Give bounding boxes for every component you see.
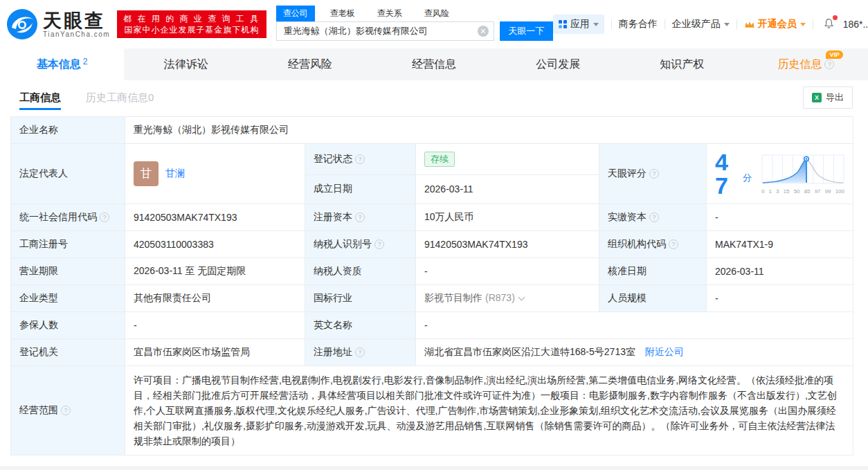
credit-code-value: 91420503MAK74TX193 [125, 204, 305, 231]
chevron-down-icon [593, 23, 599, 26]
open-vip-label: 开通会员 [758, 18, 797, 30]
table-row: 法定代表人 甘 甘澜 登记状态 ? 存续 天眼评分 ? 47 分 [11, 144, 853, 175]
legal-rep-avatar[interactable]: 甘 [134, 161, 159, 186]
bell-curve-chart [761, 154, 844, 186]
page-header: 天眼查 TianYanCha.com 都 在 用 的 商 业 查 询 工 具 国… [0, 0, 868, 48]
business-scope-value: 许可项目：广播电视节目制作经营,电视剧制作,电视剧发行,电影发行,音像制品制作,… [134, 372, 844, 449]
chevron-down-icon[interactable] [518, 294, 525, 301]
search-tab-risk[interactable]: 查风险 [417, 6, 456, 21]
score-distribution-chart: 01 315 5085 9799 100 [761, 154, 844, 195]
help-icon[interactable]: ? [100, 213, 109, 222]
tab-legal-proceedings[interactable]: 法律诉讼 [124, 48, 248, 80]
help-icon[interactable]: ? [61, 406, 71, 415]
legal-rep-link[interactable]: 甘澜 [165, 168, 185, 180]
nearby-companies-link[interactable]: 附近公司 [645, 346, 684, 357]
business-scope-label: 经营范围 [19, 404, 58, 417]
search-button[interactable]: 天眼一下 [500, 21, 553, 41]
help-icon[interactable]: ? [824, 60, 834, 69]
taxpayer-quality-value: - [416, 258, 599, 285]
tab-intellectual-property[interactable]: 知识产权 [620, 48, 744, 80]
help-icon[interactable]: ? [649, 213, 659, 222]
search-tab-boss[interactable]: 查老板 [323, 6, 362, 21]
staff-size-value: - [707, 285, 853, 312]
company-name-label: 企业名称 [19, 124, 116, 136]
tianyancha-logo-icon [6, 8, 39, 41]
apps-menu[interactable]: 应用 [553, 15, 604, 34]
industry-label: 国标行业 [314, 292, 407, 305]
help-icon[interactable]: ? [355, 347, 365, 357]
enterprise-products-menu[interactable]: 企业级产品 [672, 18, 730, 30]
promo-banner: 都 在 用 的 商 业 查 询 工 具 国家中小企业发展子基金旗下机构 [117, 10, 266, 38]
excel-icon: X [812, 93, 822, 102]
approval-date-value: 2026-03-11 [707, 258, 853, 285]
apps-grid-icon [559, 20, 567, 28]
table-row: 企业名称 重光海鲸（湖北）影视传媒有限公司 [11, 117, 853, 144]
table-row: 登记机关 宜昌市伍家岗区市场监管局 注册地址 ? 湖北省宜昌市伍家岗区沿江大道特… [11, 339, 853, 366]
taxpayer-quality-label: 纳税人资质 [314, 265, 407, 278]
status-badge: 存续 [424, 152, 455, 167]
table-row: 经营范围 ? 许可项目：广播电视节目制作经营,电视剧制作,电视剧发行,电影发行,… [11, 366, 853, 455]
english-name-value: - [416, 312, 853, 339]
reg-status-label: 登记状态 [314, 153, 352, 165]
top-menu: 应用 商务合作 企业级产品 开通会员 186*... [553, 15, 868, 34]
notification-dot [833, 15, 838, 20]
industry-code: (R873) [485, 292, 515, 303]
subtab-history-business-info[interactable]: 历史工商信息0 [86, 82, 154, 114]
paid-capital-value: - [707, 204, 853, 231]
score-unit: 分 [743, 172, 752, 184]
reg-address-value: 湖北省宜昌市伍家岗区沿江大道特168-5号2713室 [424, 346, 635, 357]
help-icon[interactable]: ? [355, 154, 365, 164]
table-row: 参保人数 - 英文名称 - [11, 312, 853, 339]
business-term-label: 营业期限 [19, 265, 116, 278]
tab-company-development[interactable]: 公司发展 [496, 48, 620, 80]
org-code-label: 组织机构代码 [608, 238, 666, 251]
help-icon[interactable]: ? [669, 239, 678, 249]
tab-history-info[interactable]: VIP 历史信息 ? [744, 48, 868, 80]
industry-value: 影视节目制作 [424, 292, 482, 303]
score-value: 47 [715, 150, 741, 197]
chevron-down-icon [724, 23, 730, 26]
search-input[interactable] [276, 21, 494, 41]
tab-operating-info[interactable]: 经营信息 [372, 48, 496, 80]
chevron-down-icon [800, 23, 806, 26]
search-tab-relation[interactable]: 查关系 [370, 6, 409, 21]
taxpayer-id-value: 91420503MAK74TX193 [416, 231, 599, 258]
business-cooperation-link[interactable]: 商务合作 [619, 18, 658, 30]
help-icon[interactable]: ? [374, 239, 384, 249]
tab-basic-info[interactable]: 基本信息 2 [0, 48, 124, 80]
search-tab-company[interactable]: 查公司 [276, 6, 315, 21]
subtab-business-info[interactable]: 工商信息 [19, 82, 61, 114]
credit-code-label: 统一社会信用代码 [19, 211, 97, 224]
open-vip-menu[interactable]: 开通会员 [744, 18, 806, 30]
reg-address-label: 注册地址 [314, 346, 352, 359]
account-menu[interactable]: 186*... [843, 19, 868, 30]
help-icon[interactable]: ? [355, 213, 365, 222]
main-nav-tabs: 基本信息 2 法律诉讼 经营风险 经营信息 公司发展 知识产权 VIP 历史信息… [0, 48, 868, 80]
taxpayer-id-label: 纳税人识别号 [314, 238, 372, 251]
enterprise-products-label: 企业级产品 [672, 18, 721, 30]
crown-icon [744, 20, 755, 29]
establish-date-value: 2026-03-11 [416, 174, 599, 204]
business-term-value: 2026-03-11 至 无固定期限 [125, 258, 305, 285]
basic-info-count: 2 [83, 57, 88, 66]
export-button[interactable]: X 导出 [803, 87, 853, 109]
vip-badge: VIP [826, 51, 843, 59]
reg-number-label: 工商注册号 [19, 238, 116, 251]
business-info-table: 企业名称 重光海鲸（湖北）影视传媒有限公司 法定代表人 甘 甘澜 登记状态 ? … [10, 116, 853, 455]
notifications-bell[interactable] [823, 17, 835, 32]
brand-name: 天眼查 [43, 11, 110, 30]
reg-capital-value: 10万人民币 [416, 204, 599, 231]
help-icon[interactable]: ? [649, 169, 659, 179]
org-code-value: MAK74TX1-9 [707, 231, 853, 258]
table-row: 企业类型 其他有限责任公司 国标行业 影视节目制作(R873) 人员规模 - [11, 285, 853, 312]
company-name-value: 重光海鲸（湖北）影视传媒有限公司 [125, 117, 853, 144]
promo-line1: 都 在 用 的 商 业 查 询 工 具 [123, 13, 260, 24]
reg-authority-value: 宜昌市伍家岗区市场监管局 [125, 339, 305, 366]
tianyancha-logo[interactable]: 天眼查 TianYanCha.com [6, 8, 110, 41]
clear-search-icon[interactable]: ✕ [478, 26, 489, 37]
tab-operating-risk[interactable]: 经营风险 [248, 48, 372, 80]
insured-count-label: 参保人数 [19, 319, 116, 332]
account-label: 186*... [843, 19, 868, 30]
reg-capital-label: 注册资本 [314, 211, 352, 224]
tianyan-score: 47 分 [715, 150, 844, 197]
